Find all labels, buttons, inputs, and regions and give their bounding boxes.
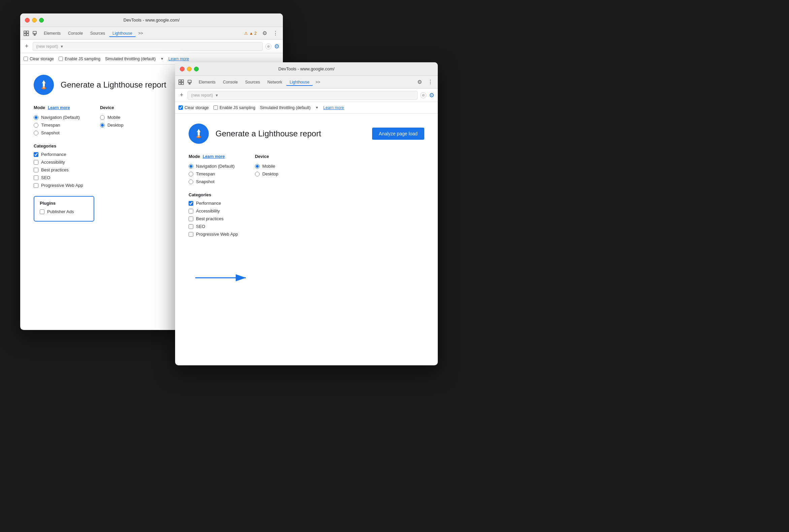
plugins-label-1: Plugins	[40, 201, 88, 206]
mode-snapshot-2[interactable]: Snapshot	[189, 179, 235, 184]
device-icon-2[interactable]	[187, 79, 193, 86]
tab-sources-2[interactable]: Sources	[242, 78, 263, 86]
device-icon-1[interactable]	[32, 30, 38, 37]
tab-icons-1: ⚙ ⋮	[260, 28, 280, 38]
learn-more-link-2[interactable]: Learn more	[323, 106, 344, 110]
mode-timespan-1[interactable]: Timespan	[34, 122, 80, 128]
gear-icon-1[interactable]: ⚙	[274, 43, 280, 50]
close-button-2[interactable]	[180, 66, 185, 71]
clear-report-btn-1[interactable]: ⊘	[265, 43, 271, 50]
svg-rect-17	[182, 82, 184, 84]
analyze-btn-2[interactable]: Analyze page load	[372, 128, 424, 140]
tab-more-1[interactable]: >>	[136, 30, 145, 37]
cat-best-practices-checkbox-2[interactable]	[189, 216, 193, 221]
cat-performance-checkbox-2[interactable]	[189, 201, 193, 206]
throttling-arrow-2[interactable]: ▼	[315, 106, 319, 110]
mode-snapshot-1[interactable]: Snapshot	[34, 130, 80, 135]
mode-learn-more-2[interactable]: Learn more	[203, 154, 225, 159]
cat-performance-checkbox-1[interactable]	[34, 152, 38, 157]
maximize-button-2[interactable]	[194, 66, 199, 71]
clear-report-btn-2[interactable]: ⊘	[420, 92, 426, 98]
mode-nav-radio-2[interactable]	[189, 164, 193, 169]
enable-js-label-1[interactable]: Enable JS sampling	[59, 57, 100, 61]
add-report-btn-1[interactable]: +	[23, 42, 30, 51]
device-desktop-radio-2[interactable]	[255, 172, 260, 176]
maximize-button-1[interactable]	[39, 18, 44, 22]
device-mobile-1[interactable]: Mobile	[100, 115, 124, 120]
gear-icon-2[interactable]: ⚙	[429, 92, 434, 99]
cat-best-practices-checkbox-1[interactable]	[34, 168, 38, 172]
mode-nav-2[interactable]: Navigation (Default)	[189, 164, 235, 169]
device-mobile-2[interactable]: Mobile	[255, 164, 279, 169]
inspect-icon-1[interactable]	[23, 30, 30, 37]
enable-js-label-2[interactable]: Enable JS sampling	[213, 106, 255, 110]
cat-performance-2[interactable]: Performance	[189, 201, 424, 206]
svg-rect-14	[179, 80, 181, 82]
device-desktop-1[interactable]: Desktop	[100, 122, 124, 128]
device-mobile-radio-1[interactable]	[100, 115, 105, 120]
mode-timespan-2[interactable]: Timespan	[189, 171, 235, 176]
enable-js-checkbox-2[interactable]	[213, 106, 218, 110]
more-icon-1[interactable]: ⋮	[271, 28, 280, 38]
cat-seo-checkbox-1[interactable]	[34, 175, 38, 180]
device-col-2: Device Mobile Desktop	[255, 154, 279, 184]
minimize-button-2[interactable]	[187, 66, 192, 71]
clear-storage-checkbox-2[interactable]	[179, 106, 183, 110]
mode-timespan-radio-2[interactable]	[189, 172, 193, 176]
mode-nav-1[interactable]: Navigation (Default)	[34, 115, 80, 120]
cat-accessibility-2[interactable]: Accessibility	[189, 208, 424, 213]
tab-elements-2[interactable]: Elements	[195, 78, 219, 86]
device-desktop-radio-1[interactable]	[100, 123, 105, 128]
tab-sources-1[interactable]: Sources	[87, 30, 109, 37]
settings-icon-1[interactable]: ⚙	[260, 28, 269, 38]
window-title-1: DevTools - www.google.com/	[124, 18, 180, 22]
device-mobile-radio-2[interactable]	[255, 164, 260, 169]
clear-storage-checkbox-1[interactable]	[23, 57, 28, 61]
svg-rect-0	[24, 31, 26, 33]
tab-lighthouse-1[interactable]: Lighthouse	[109, 30, 136, 37]
form-section-2: Mode Learn more Navigation (Default) Tim…	[189, 154, 424, 184]
learn-more-link-1[interactable]: Learn more	[168, 57, 189, 61]
cat-seo-2[interactable]: SEO	[189, 224, 424, 229]
add-report-btn-2[interactable]: +	[179, 91, 185, 99]
mode-snapshot-radio-1[interactable]	[34, 131, 38, 135]
tab-elements-1[interactable]: Elements	[40, 30, 64, 37]
report-input-2[interactable]: (new report) ▼	[188, 91, 417, 100]
more-icon-2[interactable]: ⋮	[426, 77, 435, 87]
minimize-button-1[interactable]	[32, 18, 37, 22]
mode-timespan-radio-1[interactable]	[34, 123, 38, 128]
cat-pwa-checkbox-2[interactable]	[189, 232, 193, 237]
report-bar-2: + (new report) ▼ ⊘ ⚙	[175, 89, 438, 102]
traffic-lights-2	[180, 66, 199, 71]
plugin-publisher-ads-checkbox-1[interactable]	[40, 209, 44, 214]
cat-pwa-checkbox-1[interactable]	[34, 183, 38, 188]
mode-learn-more-1[interactable]: Learn more	[48, 106, 70, 110]
cat-accessibility-checkbox-2[interactable]	[189, 209, 193, 213]
tab-console-2[interactable]: Console	[220, 78, 241, 86]
cat-pwa-2[interactable]: Progressive Web App	[189, 232, 424, 237]
tab-more-2[interactable]: >>	[314, 78, 322, 86]
cat-seo-checkbox-2[interactable]	[189, 224, 193, 229]
inspect-icon-2[interactable]	[178, 79, 185, 86]
device-desktop-2[interactable]: Desktop	[255, 171, 279, 176]
enable-js-checkbox-1[interactable]	[59, 57, 63, 61]
svg-rect-1	[26, 31, 29, 33]
cat-best-practices-2[interactable]: Best practices	[189, 216, 424, 221]
lighthouse-header-2: Generate a Lighthouse report Analyze pag…	[189, 124, 424, 144]
svg-rect-15	[182, 80, 184, 82]
tab-console-1[interactable]: Console	[65, 30, 86, 37]
clear-storage-label-1[interactable]: Clear storage	[23, 57, 54, 61]
close-button-1[interactable]	[25, 18, 30, 22]
lighthouse-logo-2	[189, 124, 209, 144]
clear-storage-label-2[interactable]: Clear storage	[179, 106, 209, 110]
dropdown-arrow-1: ▼	[60, 44, 64, 49]
throttling-arrow-1[interactable]: ▼	[160, 57, 164, 61]
mode-snapshot-radio-2[interactable]	[189, 179, 193, 184]
settings-icon-2[interactable]: ⚙	[415, 77, 424, 87]
tab-lighthouse-2[interactable]: Lighthouse	[286, 78, 313, 86]
plugin-publisher-ads-1[interactable]: Publisher Ads	[40, 209, 88, 214]
tab-network-2[interactable]: Network	[264, 78, 285, 86]
report-input-1[interactable]: (new report) ▼	[33, 42, 263, 51]
cat-accessibility-checkbox-1[interactable]	[34, 160, 38, 165]
mode-nav-radio-1[interactable]	[34, 115, 38, 120]
